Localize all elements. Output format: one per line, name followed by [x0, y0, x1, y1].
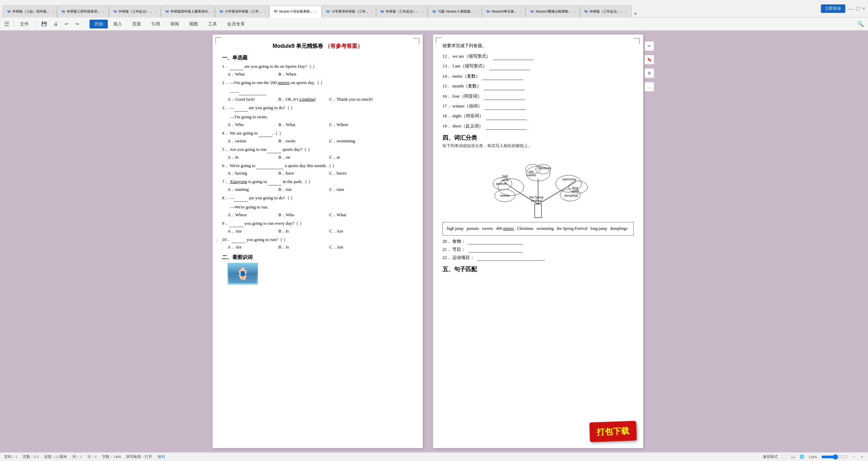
maximize-button[interactable]: □ — [856, 6, 860, 12]
q10-optB: B．Is — [278, 244, 329, 250]
toolbar-file-btn[interactable]: 文件 — [18, 20, 31, 28]
app-menu-icon[interactable]: ☰ — [4, 20, 9, 28]
tab-2[interactable]: W 外研版三四年级英语... × — [57, 5, 109, 18]
question-5: 5． Are you going to run sports day?（ ） — [222, 146, 413, 153]
tab-12[interactable]: W 外研版（三年起点）... × — [580, 5, 632, 18]
minimize-button[interactable]: — — [848, 6, 853, 12]
zoom-slider[interactable] — [821, 454, 848, 460]
q7-optA: A．running — [228, 186, 278, 193]
status-calibrate[interactable]: 校对 — [158, 454, 165, 459]
fill-item-16: 16． four（同音词） — [442, 92, 634, 100]
corner-mark-tr-r — [634, 38, 640, 44]
rt-btn-3[interactable]: ⚙ — [645, 68, 654, 78]
q9-optB: B．Is — [278, 228, 329, 234]
status-bar: 页码：1 页数：1/2 设置：1.5厘米 列：1 行：1 字数：1469 拼写检… — [0, 452, 868, 461]
tab-8-close[interactable]: × — [421, 10, 423, 14]
tab-2-close[interactable]: × — [103, 10, 105, 14]
q2-answer-line — [239, 95, 266, 95]
svg-text:dumplings: dumplings — [564, 194, 578, 197]
tab-6-active[interactable]: W Module 9 综合检测卷... × — [269, 5, 321, 18]
menu-tab-tools[interactable]: 工具 — [203, 20, 222, 28]
tab-9[interactable]: W 习题: Module 9 易错题... × — [428, 5, 482, 18]
new-tab-button[interactable]: + — [632, 11, 639, 18]
toolbar-print-icon[interactable]: 🖨 — [52, 21, 60, 27]
q2-options: A．Good luck! B．Oh, it's Lingling! C．Than… — [228, 96, 413, 102]
tab-9-label: 习题: Module 9 易错题... — [438, 9, 473, 14]
svg-text:long: long — [572, 186, 578, 189]
main-toolbar: ☰ 文件 💾 🖨 ↩ ↪ 开始 插入 页面 引用 审阅 视图 工具 会员专享 🔍 — [0, 18, 868, 31]
q6-options: A．having B．have C．haves — [228, 170, 413, 176]
cat20-num: 20． — [442, 239, 451, 244]
menu-tab-page[interactable]: 页面 — [127, 20, 146, 28]
q7-num: 7． — [222, 179, 229, 184]
question-3: 3． — are you going to do?（ ） — [222, 104, 413, 112]
fi19-line — [486, 129, 527, 130]
tab-5-label: 小学英语外研版（三年... — [225, 9, 261, 14]
zoom-in-btn[interactable]: ＋ — [860, 454, 864, 459]
menu-tab-vip[interactable]: 会员专享 — [222, 20, 250, 28]
tab-1[interactable]: W 外研版（三起）四年级... × — [3, 5, 57, 18]
q5-num: 5． — [222, 147, 229, 152]
tab-5[interactable]: W 小学英语外研版（三年... × — [215, 5, 269, 18]
q2-num: 2． — [222, 80, 229, 85]
tab-9-close[interactable]: × — [476, 10, 478, 14]
q8-optA[interactable]: A．Where — [228, 212, 278, 218]
download-badge[interactable]: 打包下载 — [589, 421, 637, 442]
menu-tab-ref[interactable]: 引用 — [146, 20, 165, 28]
tab-3-close[interactable]: × — [155, 10, 157, 14]
rt-btn-4[interactable]: … — [645, 82, 654, 92]
drag-handle[interactable]: ⋮⋮ — [215, 239, 224, 244]
corner-mark-tl — [215, 37, 221, 43]
tab-3[interactable]: W 外研版（三年起点）... × — [109, 5, 161, 18]
tab-12-close[interactable]: × — [625, 10, 627, 14]
fi14-num: 14． — [442, 74, 451, 79]
tab-1-close[interactable]: × — [52, 10, 54, 14]
status-total-pages: 页数：1/2 — [23, 454, 39, 459]
right-side-toolbar: ✏ 🔖 ⚙ … — [643, 35, 655, 448]
close-button[interactable]: × — [862, 6, 865, 12]
status-right: 兼容模式 📄 📖 🌐 130% － ＋ — [763, 454, 864, 460]
fi12-line — [493, 60, 534, 60]
toolbar-undo-icon[interactable]: ↩ — [63, 21, 71, 27]
zoom-out-btn[interactable]: － — [852, 454, 856, 459]
tab-7[interactable]: W 小学英语外研版（三年... × — [322, 5, 376, 18]
tab-10[interactable]: W Module9单元卷... × — [482, 5, 526, 18]
svg-rect-6 — [535, 204, 541, 218]
tab-6-close[interactable]: × — [315, 9, 317, 13]
menu-tab-insert[interactable]: 插入 — [108, 20, 127, 28]
section4-header: 四、词汇分类 — [442, 134, 634, 142]
menu-tab-view[interactable]: 视图 — [184, 20, 203, 28]
tab-8[interactable]: W 外研版（三年起点）... × — [376, 5, 428, 18]
zoom-level: 130% — [808, 455, 817, 459]
section2-header: 二、看图识词 — [222, 254, 413, 261]
q9-blank — [230, 227, 243, 227]
tab-11[interactable]: W Module9重难点检测卷... × — [526, 5, 579, 18]
view-icon-read[interactable]: 📖 — [791, 455, 795, 459]
q2-text: —I'm going to run the 200 metres on spor… — [230, 80, 325, 85]
view-icon-web[interactable]: 🌐 — [800, 455, 804, 459]
login-button[interactable]: 立即登录 — [821, 4, 845, 13]
tab-7-close[interactable]: × — [371, 10, 373, 14]
q5-blank — [268, 153, 281, 153]
tab-5-close[interactable]: × — [264, 10, 266, 14]
q7-options: A．running B．run C．runs — [228, 186, 413, 193]
left-page: ⋮⋮ Module9 单元精炼卷 （有参考答案） 一、单选题 1． are yo… — [213, 35, 423, 448]
page-gap — [423, 35, 433, 448]
tab-4-close[interactable]: × — [213, 10, 215, 14]
search-button[interactable]: 🔍 — [857, 21, 864, 27]
menu-tab-start[interactable]: 开始 — [90, 20, 108, 28]
fi16-text: four（同音词） — [452, 94, 482, 99]
tab-4[interactable]: W 外研版四年级上册英语M... × — [161, 5, 215, 18]
toolbar-redo-icon[interactable]: ↪ — [73, 21, 81, 27]
rt-btn-1[interactable]: ✏ — [645, 41, 654, 51]
rt-btn-2[interactable]: 🔖 — [645, 55, 654, 64]
q9-options: A．Am B．Is C．Are — [228, 228, 413, 234]
q1-optA: A．What — [228, 71, 278, 77]
tab-10-close[interactable]: × — [519, 10, 521, 14]
toolbar-save-icon[interactable]: 💾 — [39, 21, 49, 27]
tab-11-close[interactable]: × — [573, 10, 575, 14]
q5-optB: B．on — [278, 154, 329, 160]
view-icon-normal[interactable]: 📄 — [782, 455, 787, 459]
word-box-content: high jump peanuts sweets 400 metres Chri… — [447, 226, 627, 231]
menu-tab-review[interactable]: 审阅 — [165, 20, 184, 28]
